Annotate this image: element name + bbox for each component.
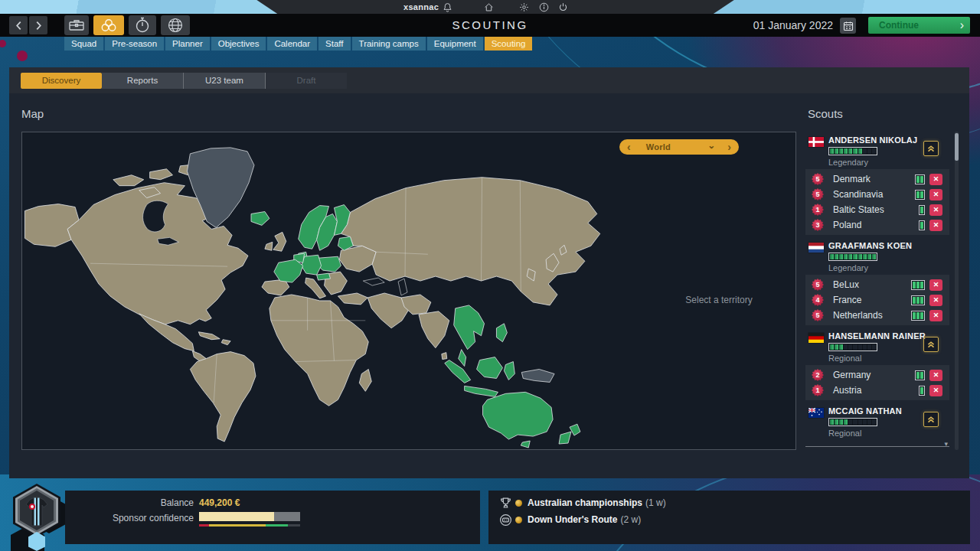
continue-button[interactable]: Continue › [868,17,970,34]
flag-icon-netherlands [808,243,824,253]
remove-territory-button[interactable]: ✕ [929,220,942,231]
remove-territory-button[interactable]: ✕ [929,385,942,396]
background-art [0,40,6,47]
scout-level: Legendary [828,158,949,167]
selector-value[interactable]: World [639,142,708,152]
territory-row: 5 Scandinavia ✕ [805,187,949,202]
territory-level-indicator [911,280,925,290]
scout-header: ANDERSEN NIKOLAJ Legendary [805,132,949,169]
territory-name: BeLux [833,279,859,290]
selector-next-button[interactable]: › [720,140,739,154]
territory-list: 5 Denmark ✕ 5 Scandinavia ✕ 1 Baltic Sta… [805,169,949,235]
page-title: SCOUTING [0,14,980,37]
territory-level-indicator [915,370,925,380]
title-strip: xsannac [0,0,980,14]
calendar-icon[interactable] [840,18,856,34]
scroll-down-icon[interactable]: ▾ [944,440,948,448]
remove-territory-button[interactable]: ✕ [929,279,942,291]
finance-panel: Balance 449,200 € Sponsor confidence [65,491,480,544]
world-map[interactable] [22,132,795,449]
scout-level: Regional [828,429,949,438]
race-route-icon [499,514,512,527]
subtab-draft: Draft [266,73,347,89]
remove-territory-button[interactable]: ✕ [929,204,942,216]
gold-medal-icon [515,500,522,507]
scout-progress-bar [828,418,877,426]
event-name: Down Under's Route [528,514,618,525]
tab-squad[interactable]: Squad [64,37,103,51]
selector-prev-button[interactable]: ‹ [619,140,639,154]
territory-level-indicator [911,311,925,321]
sponsor-confidence-gauge [199,524,300,527]
tab-training-camps[interactable]: Training camps [352,37,426,51]
territory-row: 1 Austria ✕ [805,383,949,398]
subtab-discovery[interactable]: Discovery [21,73,102,89]
subtab-reports[interactable]: Reports [102,73,184,89]
event-name: Australian championships [528,497,642,508]
scouts-heading: Scouts [808,107,843,120]
territory-level-indicator [919,220,925,230]
scrollbar [955,132,959,450]
tab-objectives[interactable]: Objectives [211,37,266,51]
territory-list: 5 BeLux ✕ 4 France ✕ 5 Netherlands ✕ [805,275,949,325]
territory-name: Denmark [833,174,871,184]
navbar: SCOUTING 01 January 2022 Continue › [0,14,980,37]
territory-count-badge: 5 [812,309,824,321]
flag-icon-germany [808,333,824,343]
territory-name: Netherlands [833,310,883,321]
territory-row: 5 Netherlands ✕ [805,308,949,323]
event-row: Australian championships (1 w) [488,496,666,510]
tab-staff[interactable]: Staff [318,37,350,51]
sponsor-confidence-fill [199,512,274,521]
upgrade-scout-button[interactable] [923,412,939,427]
territory-name: Austria [833,385,861,396]
home-icon[interactable] [484,2,494,12]
remove-territory-button[interactable]: ✕ [929,174,942,185]
territory-list: 2 Germany ✕ 1 Austria ✕ [805,365,949,400]
team-logo[interactable] [5,481,69,551]
bell-icon[interactable] [443,2,452,12]
scrollbar-thumb[interactable] [955,133,959,161]
power-icon[interactable] [558,2,568,12]
scout-name: GRAAFMANS KOEN [828,241,949,250]
info-icon[interactable] [539,2,549,12]
remove-territory-button[interactable]: ✕ [929,370,942,381]
territory-level-indicator [915,190,925,200]
scout-progress-bar [828,147,877,155]
remove-territory-button[interactable]: ✕ [929,310,942,321]
scout-header: MCCAIG NATHAN Regional [805,403,949,440]
territory-name: Baltic States [833,204,884,215]
scouts-list: ANDERSEN NIKOLAJ Legendary 5 Denmark ✕ 5… [805,132,949,442]
background-art [17,51,28,61]
scout-level: Regional [828,354,949,363]
subtab-u23-team[interactable]: U23 team [184,73,266,89]
tab-pre-season[interactable]: Pre-season [105,37,164,51]
territory-count-badge: 3 [812,219,824,231]
scout-progress-bar [828,253,877,261]
scout-progress-bar [828,343,877,351]
upgrade-scout-button[interactable] [923,141,939,156]
territory-level-indicator [911,295,925,305]
remove-territory-button[interactable]: ✕ [929,295,942,306]
territory-row: 5 BeLux ✕ [805,277,949,292]
chevron-down-icon[interactable]: ⌄ [707,140,715,151]
tab-equipment[interactable]: Equipment [427,37,483,51]
settings-icon[interactable] [519,2,529,12]
territory-count-badge: 4 [812,294,824,306]
subtab-strip: DiscoveryReportsU23 teamDraft [9,67,969,93]
divider: ▾ [805,446,949,447]
territory-row: 1 Baltic States ✕ [805,202,949,217]
territory-count-badge: 2 [812,369,824,381]
subtabs: DiscoveryReportsU23 teamDraft [21,73,347,89]
territory-name: Poland [833,220,861,230]
tab-scouting[interactable]: Scouting [485,37,533,51]
upgrade-scout-button[interactable] [923,337,939,352]
territory-row: 3 Poland ✕ [805,217,949,233]
territory-count-badge: 1 [812,204,824,216]
event-row: Down Under's Route (2 w) [488,513,641,527]
territory-row: 2 Germany ✕ [805,367,949,383]
tab-planner[interactable]: Planner [165,37,210,51]
tab-calendar[interactable]: Calendar [267,37,317,51]
remove-territory-button[interactable]: ✕ [929,189,942,201]
map-panel: ‹ World ⌄ › Select a territory [21,132,796,450]
